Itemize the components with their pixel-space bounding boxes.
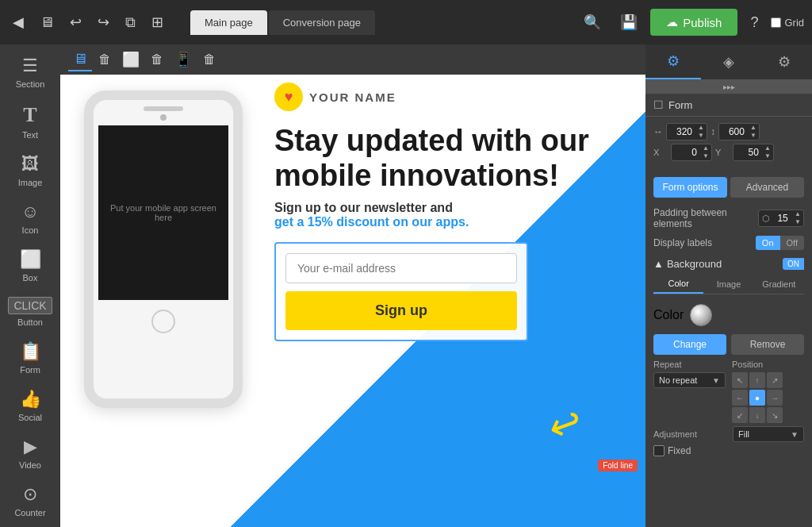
adjustment-select[interactable]: Fill ▼ bbox=[733, 426, 804, 442]
form-title-row: ☐ Form bbox=[645, 94, 812, 117]
tab-conversion-page[interactable]: Conversion page bbox=[269, 10, 375, 35]
pos-mr[interactable]: → bbox=[767, 390, 783, 406]
search-button[interactable]: 🔍 bbox=[577, 10, 607, 34]
pos-tl[interactable]: ↖ bbox=[732, 372, 748, 388]
panel-tab-properties[interactable]: ⚙ bbox=[645, 44, 701, 79]
mobile-device-button[interactable]: 📱 bbox=[170, 48, 197, 71]
form-options-button[interactable]: Form options bbox=[653, 177, 727, 198]
brand-logo: ♥ YOUR NAME bbox=[274, 83, 638, 111]
sidebar-label-image: Image bbox=[18, 178, 43, 187]
advanced-button[interactable]: Advanced bbox=[730, 177, 804, 198]
section-icon: ☰ bbox=[22, 56, 38, 76]
properties-icon: ⚙ bbox=[667, 52, 680, 70]
sidebar-item-counter[interactable]: ⊙ Counter bbox=[4, 478, 56, 524]
y-down-arrow[interactable]: ▼ bbox=[762, 152, 773, 160]
background-header: ▲ Background ON bbox=[653, 253, 804, 275]
x-spinner[interactable]: ▲ ▼ bbox=[700, 144, 711, 160]
grid-toggle[interactable]: Grid bbox=[771, 17, 804, 29]
padding-down-arrow[interactable]: ▼ bbox=[792, 218, 803, 226]
arrow-strip-icon: ▸▸▸ bbox=[723, 83, 735, 91]
desktop-device-button[interactable]: 🖥 bbox=[68, 48, 92, 71]
height-input[interactable] bbox=[719, 125, 748, 139]
y-up-arrow[interactable]: ▲ bbox=[762, 144, 773, 152]
save-button[interactable]: 💾 bbox=[614, 10, 644, 34]
bg-tab-image[interactable]: Image bbox=[703, 275, 753, 293]
sidebar-item-video[interactable]: ▶ Video bbox=[4, 430, 56, 476]
sidebar-item-text[interactable]: T Text bbox=[4, 97, 56, 146]
undo-button[interactable]: ↩ bbox=[65, 10, 86, 34]
toggle-off[interactable]: Off bbox=[780, 236, 804, 250]
pos-br[interactable]: ↘ bbox=[767, 407, 783, 423]
tab-main-page[interactable]: Main page bbox=[190, 10, 267, 35]
copy-button[interactable]: ⧉ bbox=[121, 11, 140, 34]
page-icon-button[interactable]: 🖥 bbox=[35, 11, 59, 34]
collapse-arrow[interactable]: ▲ bbox=[653, 258, 664, 270]
tablet-device-button[interactable]: ⬜ bbox=[117, 48, 144, 71]
sidebar-item-social[interactable]: 👍 Social bbox=[4, 383, 56, 429]
width-input[interactable] bbox=[667, 125, 695, 139]
width-spinner[interactable]: ▲ ▼ bbox=[695, 124, 707, 140]
redo-button[interactable]: ↪ bbox=[93, 10, 114, 34]
position-col: Position ↖ ↑ ↗ ← ● → ↙ ↓ ↘ bbox=[732, 360, 804, 423]
width-up-arrow[interactable]: ▲ bbox=[695, 124, 707, 132]
pos-ml[interactable]: ← bbox=[732, 390, 748, 406]
grid-checkbox[interactable] bbox=[771, 17, 781, 28]
sidebar-item-image[interactable]: 🖼 Image bbox=[4, 148, 56, 194]
y-input[interactable] bbox=[733, 145, 762, 160]
repeat-select[interactable]: No repeat ▼ bbox=[653, 372, 726, 388]
sidebar-item-form[interactable]: 📋 Form bbox=[4, 335, 56, 381]
panel-header: ⚙ ◈ ⚙ bbox=[645, 44, 812, 80]
tablet-trash-button[interactable]: 🗑 bbox=[151, 52, 163, 67]
publish-button[interactable]: ☁ Publish bbox=[650, 9, 737, 36]
background-toggle[interactable]: ON bbox=[783, 258, 804, 270]
padding-up-arrow[interactable]: ▲ bbox=[792, 210, 803, 218]
pos-bc[interactable]: ↓ bbox=[749, 407, 765, 423]
fixed-checkbox[interactable] bbox=[653, 445, 665, 456]
bg-tab-gradient[interactable]: Gradient bbox=[754, 275, 804, 293]
height-down-arrow[interactable]: ▼ bbox=[748, 132, 759, 140]
x-down-arrow[interactable]: ▼ bbox=[700, 152, 711, 160]
sidebar-item-button[interactable]: CLICK Button bbox=[4, 290, 56, 333]
sidebar-item-section[interactable]: ☰ Section bbox=[4, 49, 56, 95]
change-button[interactable]: Change bbox=[653, 334, 726, 355]
top-bar-left: ◀ 🖥 ↩ ↪ ⧉ ⊞ bbox=[8, 10, 168, 34]
publish-label: Publish bbox=[683, 16, 722, 29]
pos-tc[interactable]: ↑ bbox=[749, 372, 765, 388]
color-swatch[interactable] bbox=[690, 304, 712, 326]
back-button[interactable]: ◀ bbox=[8, 10, 29, 34]
display-labels-toggle[interactable]: On Off bbox=[756, 236, 804, 250]
pos-mc[interactable]: ● bbox=[749, 390, 765, 406]
remove-button[interactable]: Remove bbox=[731, 334, 804, 355]
panel-tab-settings[interactable]: ⚙ bbox=[756, 45, 812, 79]
pos-tr[interactable]: ↗ bbox=[767, 372, 783, 388]
height-spinner[interactable]: ▲ ▼ bbox=[748, 124, 759, 140]
x-up-arrow[interactable]: ▲ bbox=[700, 144, 711, 152]
phone-mockup: Put your mobile app screen here bbox=[84, 90, 259, 440]
sidebar-label-form: Form bbox=[20, 365, 40, 375]
fixed-checkbox-row[interactable]: Fixed bbox=[653, 445, 804, 456]
bg-tab-color[interactable]: Color bbox=[653, 275, 703, 294]
x-input[interactable] bbox=[672, 145, 700, 160]
desktop-trash-button[interactable]: 🗑 bbox=[98, 52, 111, 67]
sidebar-item-icon[interactable]: ☺ Icon bbox=[4, 195, 56, 241]
signup-button[interactable]: Sign up bbox=[285, 291, 517, 330]
paste-button[interactable]: ⊞ bbox=[147, 10, 168, 34]
subline-rest: to our newsletter and bbox=[324, 201, 453, 214]
padding-spinner[interactable]: ▲ ▼ bbox=[792, 210, 803, 226]
display-labels-label: Display labels bbox=[653, 237, 712, 248]
mobile-trash-button[interactable]: 🗑 bbox=[203, 52, 216, 67]
pos-bl[interactable]: ↙ bbox=[732, 407, 748, 423]
bg-on-off[interactable]: ON bbox=[783, 258, 804, 270]
bg-on[interactable]: ON bbox=[783, 258, 804, 270]
height-up-arrow[interactable]: ▲ bbox=[748, 124, 759, 132]
email-input[interactable] bbox=[285, 253, 517, 283]
page-canvas: Put your mobile app screen here ♥ YOUR N… bbox=[60, 75, 645, 527]
help-button[interactable]: ? bbox=[744, 11, 764, 34]
display-labels-row: Display labels On Off bbox=[645, 233, 812, 253]
y-spinner[interactable]: ▲ ▼ bbox=[762, 144, 773, 160]
width-down-arrow[interactable]: ▼ bbox=[695, 132, 707, 140]
toggle-on[interactable]: On bbox=[756, 236, 780, 250]
sidebar-item-box[interactable]: ⬜ Box bbox=[4, 243, 56, 289]
panel-tab-layers[interactable]: ◈ bbox=[701, 45, 756, 79]
image-icon: 🖼 bbox=[21, 154, 39, 175]
